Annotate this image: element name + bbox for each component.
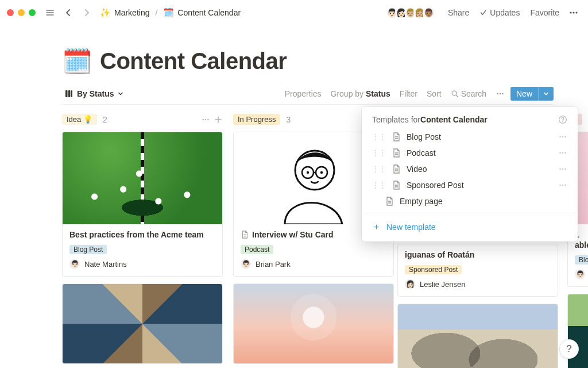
svg-point-6 xyxy=(452,91,457,95)
card-author: Brian Park xyxy=(256,260,291,269)
page-title[interactable]: Content Calendar xyxy=(100,48,287,74)
avatar[interactable]: 👨🏽 xyxy=(423,6,435,19)
item-more-icon[interactable] xyxy=(558,132,567,141)
favorite-button[interactable]: Favorite xyxy=(527,6,563,20)
collaborator-avatars[interactable]: 👨🏻 👩🏻 👨🏼 👩🏼 👨🏽 xyxy=(386,6,435,19)
svg-point-8 xyxy=(500,93,501,94)
avatar: 👨🏻 xyxy=(575,269,585,279)
help-icon[interactable] xyxy=(558,115,567,124)
drag-handle-icon[interactable]: ⋮⋮ xyxy=(372,165,386,173)
svg-point-26 xyxy=(564,152,566,154)
svg-point-12 xyxy=(207,118,208,120)
page-icon xyxy=(385,197,394,206)
item-more-icon[interactable] xyxy=(558,164,567,174)
svg-point-9 xyxy=(502,93,503,94)
sparkles-icon: ✨ xyxy=(100,7,111,18)
board-card[interactable] xyxy=(397,304,558,368)
close-window[interactable] xyxy=(7,9,14,16)
svg-point-23 xyxy=(564,136,566,137)
nav-forward-icon[interactable] xyxy=(79,5,94,20)
group-by-button[interactable]: Group by Status xyxy=(327,87,394,101)
board-card[interactable] xyxy=(62,283,223,364)
breadcrumb-seg-content-calendar[interactable]: 🗓️ Content Calendar xyxy=(161,6,243,19)
card-title: Interview w/ Stu Card xyxy=(252,230,334,239)
card-author: Leslie Jensen xyxy=(420,280,466,289)
new-template-label: New template xyxy=(386,223,436,232)
hamburger-menu-icon[interactable] xyxy=(42,5,57,20)
template-item[interactable]: ⋮⋮Video xyxy=(364,161,575,177)
svg-rect-4 xyxy=(68,90,71,97)
group-by-value: Status xyxy=(366,89,390,98)
board-card[interactable]: iguanas of Roatán Sponsored Post 👩🏻 Lesl… xyxy=(397,244,558,297)
board-card[interactable]: Best practices from the Acme team Blog P… xyxy=(62,132,223,277)
drag-handle-icon[interactable]: ⋮⋮ xyxy=(372,149,386,157)
card-title: iguanas of Roatán xyxy=(405,250,474,259)
drag-handle-icon[interactable]: ⋮⋮ xyxy=(372,133,386,141)
svg-point-10 xyxy=(202,118,203,120)
template-item[interactable]: Empty page xyxy=(364,193,575,209)
maximize-window[interactable] xyxy=(29,9,36,16)
card-title: able xyxy=(575,240,588,250)
new-button-main[interactable]: New xyxy=(510,87,539,101)
template-item[interactable]: ⋮⋮Podcast xyxy=(364,145,575,161)
avatar: 👨🏻 xyxy=(241,259,251,269)
breadcrumb-seg-marketing[interactable]: ✨ Marketing xyxy=(98,6,152,19)
board-card[interactable] xyxy=(233,283,394,364)
share-button[interactable]: Share xyxy=(444,6,473,20)
svg-point-2 xyxy=(575,12,577,13)
new-button: New xyxy=(510,87,554,101)
page-icon xyxy=(392,164,401,174)
chevron-down-icon xyxy=(118,91,123,97)
svg-point-24 xyxy=(559,152,560,154)
svg-rect-5 xyxy=(71,90,72,97)
svg-point-28 xyxy=(562,168,563,170)
updates-button[interactable]: Updates xyxy=(476,6,523,20)
column-count: 2 xyxy=(103,115,107,124)
new-button-dropdown[interactable] xyxy=(539,89,554,99)
card-tag: Blog xyxy=(575,255,588,264)
item-more-icon[interactable] xyxy=(558,148,567,158)
toolbar-more-icon[interactable] xyxy=(492,87,508,101)
view-switcher[interactable]: By Status xyxy=(62,88,126,99)
template-item[interactable]: ⋮⋮Blog Post xyxy=(364,129,575,145)
filter-button[interactable]: Filter xyxy=(396,87,421,101)
svg-point-20 xyxy=(562,121,563,122)
column-tag[interactable]: In Progress xyxy=(233,114,280,125)
board-column-partial: iguanas of Roatán Sponsored Post 👩🏻 Lesl… xyxy=(397,244,558,368)
page-icon xyxy=(392,132,401,141)
svg-point-18 xyxy=(320,171,323,174)
search-button[interactable]: Search xyxy=(447,87,490,101)
minimize-window[interactable] xyxy=(18,9,25,16)
template-item[interactable]: ⋮⋮Sponsored Post xyxy=(364,177,575,193)
card-author: Nate Martins xyxy=(84,260,127,269)
page-emoji[interactable]: 🗓️ xyxy=(62,47,92,75)
column-add-icon[interactable] xyxy=(214,115,223,124)
plus-icon: ＋ xyxy=(372,221,381,232)
breadcrumb-separator: / xyxy=(155,8,157,17)
breadcrumb-label: Marketing xyxy=(114,8,149,17)
card-cover xyxy=(63,132,222,224)
breadcrumb-label: Content Calendar xyxy=(177,8,241,17)
column-tag[interactable]: Idea 💡 xyxy=(62,114,97,125)
svg-point-32 xyxy=(564,185,566,186)
column-more-icon[interactable] xyxy=(201,115,210,124)
svg-point-7 xyxy=(497,93,498,94)
calendar-icon: 🗓️ xyxy=(163,7,174,18)
updates-label: Updates xyxy=(490,8,520,17)
sort-button[interactable]: Sort xyxy=(423,87,445,101)
svg-point-29 xyxy=(564,168,566,170)
new-template-button[interactable]: ＋ New template xyxy=(364,217,575,237)
view-name: By Status xyxy=(77,89,114,98)
group-by-prefix: Group by xyxy=(331,89,366,98)
drag-handle-icon[interactable]: ⋮⋮ xyxy=(372,181,386,189)
nav-back-icon[interactable] xyxy=(61,5,76,20)
svg-point-1 xyxy=(572,12,574,13)
breadcrumb: ✨ Marketing / 🗓️ Content Calendar xyxy=(98,6,243,19)
help-bubble[interactable]: ? xyxy=(559,339,579,359)
svg-point-30 xyxy=(559,185,560,186)
item-more-icon[interactable] xyxy=(558,181,567,190)
card-tag: Podcast xyxy=(241,245,273,254)
properties-button[interactable]: Properties xyxy=(281,87,325,101)
more-icon[interactable] xyxy=(566,5,581,20)
popover-title-name: Content Calendar xyxy=(420,115,488,124)
